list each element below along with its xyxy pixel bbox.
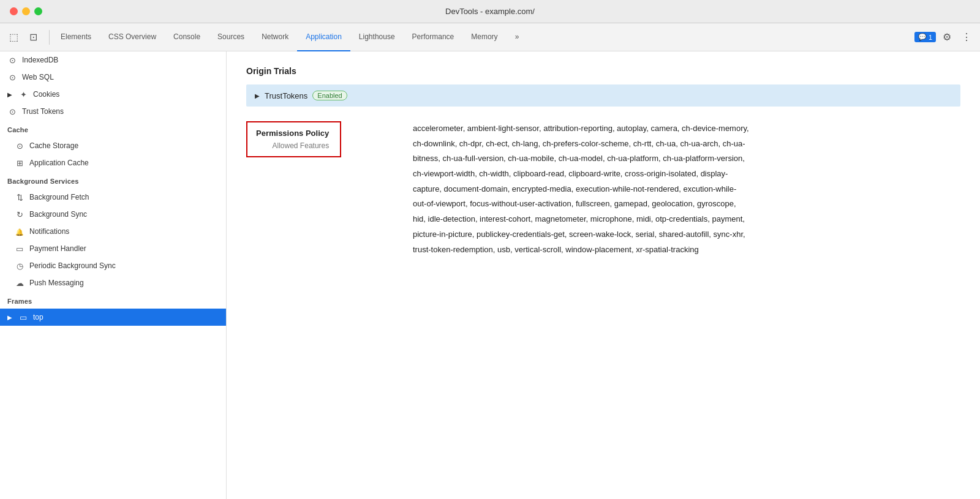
- sidebar-item-background-sync[interactable]: Background Sync: [0, 206, 226, 223]
- close-button[interactable]: [10, 7, 18, 15]
- features-line-4: ch-viewport-width, ch-width, clipboard-r…: [413, 167, 749, 182]
- sidebar-item-top[interactable]: ▶ top: [0, 309, 226, 326]
- content-panel: Origin Trials ▶ TrustTokens Enabled Perm…: [227, 51, 980, 499]
- notifications-icon: [15, 227, 24, 236]
- tab-network[interactable]: Network: [253, 23, 297, 51]
- sidebar-item-label: IndexedDB: [22, 56, 58, 64]
- push-icon: [15, 279, 24, 288]
- sidebar-item-trust-tokens[interactable]: Trust Tokens: [0, 103, 226, 120]
- sidebar-item-label: Notifications: [29, 227, 69, 236]
- main-content: IndexedDB Web SQL ▶ Cookies Trust Tokens…: [0, 51, 980, 499]
- notification-icon: 💬: [918, 33, 927, 41]
- tabbar: ⬚ ⊡ Elements CSS Overview Console Source…: [0, 23, 980, 51]
- features-line-9: trust-token-redemption, usb, vertical-sc…: [413, 242, 749, 258]
- permissions-policy-title: Permissions Policy: [256, 129, 329, 138]
- payment-icon: [15, 244, 24, 253]
- tab-lighthouse[interactable]: Lighthouse: [350, 23, 404, 51]
- settings-icon[interactable]: ⚙: [938, 29, 956, 46]
- sidebar-item-label: Cache Storage: [29, 141, 78, 150]
- sync-icon: [15, 210, 24, 219]
- features-line-2: ch-downlink, ch-dpr, ch-ect, ch-lang, ch…: [413, 137, 749, 152]
- cookies-icon: [18, 90, 28, 99]
- features-line-3: bitness, ch-ua-full-version, ch-ua-mobil…: [413, 151, 749, 167]
- sidebar-item-cookies[interactable]: ▶ Cookies: [0, 86, 226, 103]
- trust-tokens-arrow-icon: ▶: [255, 92, 260, 99]
- tab-css-overview[interactable]: CSS Overview: [100, 23, 165, 51]
- cursor-icon[interactable]: ⬚: [5, 29, 22, 46]
- sidebar-item-label: Background Fetch: [29, 193, 89, 201]
- more-options-icon[interactable]: ⋮: [958, 29, 975, 46]
- sidebar-section-frames: Frames: [0, 291, 226, 309]
- cache-storage-icon: [15, 141, 24, 151]
- toolbar-icons: ⬚ ⊡: [5, 29, 42, 46]
- minimize-button[interactable]: [22, 7, 30, 15]
- sidebar-item-label: Payment Handler: [29, 244, 86, 253]
- sidebar-item-label: Periodic Background Sync: [29, 261, 116, 270]
- notification-badge[interactable]: 💬 1: [914, 32, 936, 42]
- tokens-icon: [7, 107, 17, 116]
- trust-tokens-row[interactable]: ▶ TrustTokens Enabled: [246, 84, 960, 107]
- sidebar-item-label: Push Messaging: [29, 279, 84, 287]
- tab-console[interactable]: Console: [165, 23, 209, 51]
- sidebar-item-label: Background Sync: [29, 210, 87, 219]
- tab-performance[interactable]: Performance: [404, 23, 463, 51]
- database-icon: [7, 73, 17, 82]
- sidebar-item-payment-handler[interactable]: Payment Handler: [0, 240, 226, 257]
- features-line-8: picture-in-picture, publickey-credential…: [413, 227, 749, 242]
- expand-arrow-icon: ▶: [7, 314, 12, 321]
- tab-sources[interactable]: Sources: [209, 23, 253, 51]
- inspect-icon[interactable]: ⊡: [24, 29, 42, 46]
- fetch-icon: [15, 193, 24, 202]
- sidebar-item-periodic-sync[interactable]: Periodic Background Sync: [0, 257, 226, 274]
- devtools-window: ⬚ ⊡ Elements CSS Overview Console Source…: [0, 23, 980, 499]
- sidebar-item-background-fetch[interactable]: Background Fetch: [0, 189, 226, 206]
- sidebar-item-application-cache[interactable]: Application Cache: [0, 154, 226, 171]
- sidebar-item-push-messaging[interactable]: Push Messaging: [0, 274, 226, 291]
- end-icons: 💬 1 ⚙ ⋮: [914, 29, 975, 46]
- tab-elements[interactable]: Elements: [52, 23, 100, 51]
- enabled-badge: Enabled: [312, 91, 347, 100]
- sidebar-item-notifications[interactable]: Notifications: [0, 223, 226, 240]
- sidebar-item-label: Web SQL: [22, 73, 54, 81]
- permissions-allowed-label: Allowed Features: [256, 141, 329, 150]
- sidebar-item-websql[interactable]: Web SQL: [0, 69, 226, 86]
- tab-memory[interactable]: Memory: [462, 23, 506, 51]
- notification-count: 1: [929, 34, 932, 41]
- permissions-label-container: Permissions Policy Allowed Features: [246, 121, 405, 157]
- sidebar-item-label: Application Cache: [29, 159, 89, 167]
- frame-icon: [18, 313, 28, 322]
- sidebar-item-cache-storage[interactable]: Cache Storage: [0, 137, 226, 154]
- sidebar-item-label: Trust Tokens: [22, 107, 64, 116]
- permissions-label-box: Permissions Policy Allowed Features: [246, 121, 341, 157]
- features-line-7: hid, idle-detection, interest-cohort, ma…: [413, 212, 749, 227]
- database-icon: [7, 56, 17, 65]
- origin-trials-title: Origin Trials: [246, 66, 960, 76]
- expand-arrow-icon: ▶: [7, 91, 12, 98]
- sidebar: IndexedDB Web SQL ▶ Cookies Trust Tokens…: [0, 51, 227, 499]
- tab-application[interactable]: Application: [297, 23, 350, 51]
- features-line-6: out-of-viewport, focus-without-user-acti…: [413, 197, 749, 212]
- titlebar: DevTools - example.com/: [0, 0, 980, 23]
- sidebar-item-indexeddb[interactable]: IndexedDB: [0, 51, 226, 69]
- features-line-1: accelerometer, ambient-light-sensor, att…: [413, 121, 749, 137]
- permissions-features: accelerometer, ambient-light-sensor, att…: [405, 121, 749, 257]
- tab-divider-1: [49, 30, 50, 45]
- sidebar-section-background-services: Background Services: [0, 171, 226, 189]
- features-line-5: capture, document-domain, encrypted-medi…: [413, 182, 749, 197]
- window-title: DevTools - example.com/: [445, 7, 535, 16]
- app-cache-icon: [15, 159, 24, 168]
- sidebar-item-label: Cookies: [33, 90, 59, 99]
- sidebar-section-cache: Cache: [0, 120, 226, 137]
- window-controls: [10, 7, 42, 15]
- trust-tokens-label: TrustTokens: [265, 91, 307, 100]
- tab-overflow[interactable]: »: [507, 23, 528, 51]
- periodic-icon: [15, 261, 24, 271]
- permissions-policy-section: Permissions Policy Allowed Features acce…: [246, 121, 960, 257]
- maximize-button[interactable]: [34, 7, 42, 15]
- sidebar-item-label: top: [33, 313, 43, 321]
